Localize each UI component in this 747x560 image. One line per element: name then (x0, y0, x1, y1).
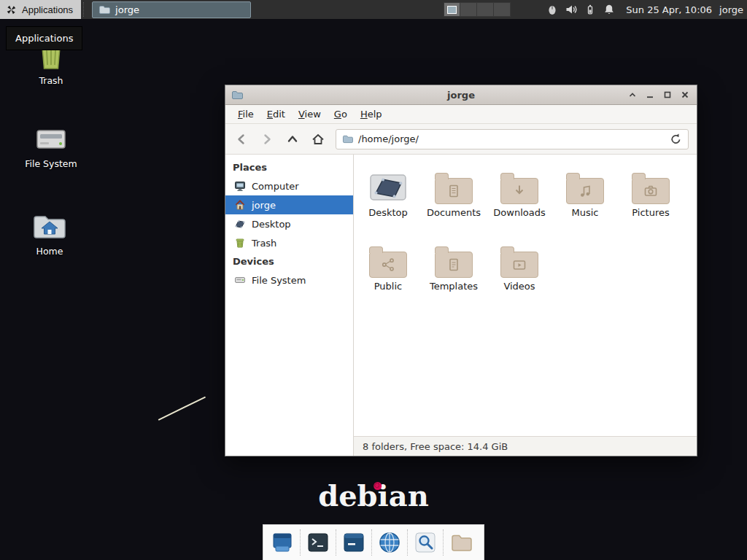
desktop-icon-home[interactable]: Home (15, 211, 85, 257)
desktop-icon (234, 218, 246, 230)
sidebar-item-label: Trash (252, 238, 276, 249)
menu-help[interactable]: Help (357, 107, 386, 121)
desktop-line-artifact (158, 397, 206, 421)
close-button[interactable] (678, 89, 691, 101)
status-bar: 8 folders, Free space: 14.4 GiB (354, 436, 697, 456)
menu-view[interactable]: View (295, 107, 325, 121)
desktop-icon-label: Trash (39, 75, 63, 86)
file-item-desktop[interactable]: Desktop (355, 163, 421, 237)
workspace-4[interactable] (494, 2, 511, 17)
window-icon (231, 90, 243, 100)
window-controls (626, 89, 691, 101)
file-item-templates[interactable]: Templates (421, 237, 487, 311)
file-manager-launcher[interactable] (446, 527, 476, 558)
folder-icon (342, 134, 353, 144)
file-item-music[interactable]: Music (552, 163, 618, 237)
app-finder-icon (413, 530, 438, 555)
panel-username[interactable]: jorge (719, 4, 743, 15)
clock[interactable]: Sun 25 Apr, 10:06 (626, 4, 712, 15)
panel-separator (83, 2, 89, 17)
shade-button[interactable] (626, 89, 638, 101)
templates-folder-icon (435, 252, 473, 278)
refresh-button[interactable] (670, 133, 682, 145)
taskbar-item-jorge[interactable]: jorge (92, 1, 251, 18)
sidebar-item-trash[interactable]: Trash (225, 233, 353, 252)
menu-go[interactable]: Go (330, 107, 351, 121)
sidebar-item-label: Computer (252, 181, 299, 192)
file-item-pictures[interactable]: Pictures (618, 163, 684, 237)
dock-separator (443, 529, 444, 556)
side-pane: Places Computer jorge (225, 155, 354, 456)
back-button[interactable] (233, 133, 249, 146)
file-view[interactable]: Desktop Documents (354, 155, 697, 456)
terminal-icon (306, 530, 330, 555)
up-button[interactable] (285, 133, 301, 146)
terminal-alt-icon (341, 530, 366, 555)
sidebar-item-desktop[interactable]: Desktop (225, 214, 353, 233)
web-browser-icon (377, 530, 402, 555)
location-bar[interactable]: /home/jorge/ (336, 129, 689, 149)
web-browser-launcher[interactable] (375, 527, 404, 558)
show-windows-launcher[interactable] (268, 527, 297, 558)
file-item-videos[interactable]: Videos (487, 237, 552, 311)
refresh-icon (670, 133, 682, 145)
forward-button[interactable] (259, 133, 275, 146)
terminal-launcher[interactable] (303, 527, 333, 558)
sidebar-item-jorge[interactable]: jorge (225, 195, 353, 214)
files-grid: Desktop Documents (354, 155, 692, 311)
workspace-switcher[interactable] (444, 2, 511, 17)
file-label: Public (374, 281, 402, 292)
file-label: Templates (430, 281, 478, 292)
forward-icon (260, 133, 274, 146)
terminal-alt-launcher[interactable] (339, 527, 368, 558)
menu-edit[interactable]: Edit (263, 107, 289, 121)
file-label: Desktop (368, 207, 408, 218)
file-item-downloads[interactable]: Downloads (487, 163, 552, 237)
applications-menu-button[interactable]: Applications (0, 0, 81, 19)
notifications-bell-icon[interactable] (603, 4, 615, 15)
applications-tooltip: Applications (6, 26, 82, 50)
workspace-3[interactable] (477, 2, 494, 17)
minimize-button[interactable] (643, 89, 656, 101)
sidebar-section-devices: Devices (225, 252, 353, 271)
file-item-public[interactable]: Public (355, 237, 421, 311)
desktop-icon-filesystem[interactable]: File System (16, 124, 86, 169)
wallpaper-debian-logo: debian (318, 481, 429, 510)
bottom-dock (263, 524, 484, 560)
toolbar: /home/jorge/ (225, 124, 697, 155)
sidebar-item-filesystem[interactable]: File System (225, 271, 353, 289)
sidebar-item-label: File System (252, 275, 306, 286)
back-icon (235, 133, 248, 146)
window-titlebar[interactable]: jorge (225, 85, 697, 105)
home-button[interactable] (310, 133, 326, 146)
folder-icon (98, 4, 110, 15)
file-manager-icon (449, 530, 473, 555)
volume-icon[interactable] (565, 4, 577, 15)
file-manager-window: jorge File Edit View Go Help (225, 85, 697, 456)
home-folder-icon (32, 211, 67, 242)
pictures-folder-icon (632, 178, 670, 204)
public-folder-icon (369, 252, 407, 278)
window-body: Places Computer jorge (225, 155, 697, 456)
home-icon (234, 199, 246, 211)
trash-icon (234, 237, 246, 249)
file-label: Music (572, 207, 599, 218)
workspace-2[interactable] (460, 2, 477, 17)
desktop-icon-label: File System (25, 158, 77, 169)
maximize-button[interactable] (661, 89, 673, 101)
dock-separator (371, 529, 372, 556)
path-text[interactable]: /home/jorge/ (358, 133, 665, 144)
menu-file[interactable]: File (234, 107, 258, 121)
windows-icon (270, 530, 295, 555)
app-finder-launcher[interactable] (411, 527, 440, 558)
file-item-documents[interactable]: Documents (421, 163, 487, 237)
taskbar-item-label: jorge (115, 4, 139, 15)
battery-icon[interactable] (584, 4, 596, 15)
drive-icon (234, 274, 246, 286)
desktop-icon-label: Home (36, 246, 63, 257)
downloads-folder-icon (500, 178, 538, 204)
mouse-icon[interactable] (546, 4, 558, 15)
workspace-1[interactable] (444, 2, 460, 17)
up-icon (286, 133, 299, 146)
sidebar-item-computer[interactable]: Computer (225, 176, 353, 195)
